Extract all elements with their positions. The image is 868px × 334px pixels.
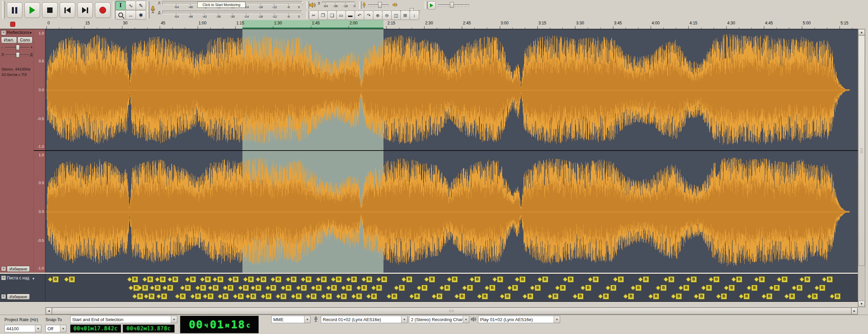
label-marker[interactable]: В bbox=[292, 293, 302, 299]
label-text[interactable]: В bbox=[69, 276, 75, 282]
label-marker[interactable]: В bbox=[163, 285, 173, 291]
label-text[interactable]: В bbox=[482, 293, 488, 299]
label-text[interactable]: В bbox=[200, 285, 206, 291]
label-marker[interactable]: В bbox=[322, 293, 332, 299]
label-handle-icon[interactable] bbox=[830, 294, 834, 299]
label-text[interactable]: В bbox=[366, 276, 372, 282]
label-text[interactable]: В bbox=[736, 276, 742, 282]
label-handle-icon[interactable] bbox=[142, 277, 147, 282]
label-text[interactable]: В bbox=[161, 293, 167, 299]
label-handle-icon[interactable] bbox=[371, 286, 376, 290]
playback-speed-slider[interactable] bbox=[438, 2, 469, 8]
label-text[interactable]: В bbox=[341, 293, 347, 299]
label-handle-icon[interactable] bbox=[563, 277, 568, 282]
label-text[interactable]: В bbox=[414, 293, 420, 299]
label-handle-icon[interactable] bbox=[762, 294, 766, 299]
draw-tool-button[interactable]: ✎ bbox=[136, 1, 146, 10]
label-handle-icon[interactable] bbox=[321, 294, 326, 299]
label-text[interactable]: В bbox=[653, 293, 659, 299]
record-button[interactable] bbox=[95, 2, 111, 18]
label-handle-icon[interactable] bbox=[530, 286, 535, 290]
label-marker[interactable]: В bbox=[732, 276, 742, 282]
label-marker[interactable]: В bbox=[229, 276, 239, 282]
label-text[interactable]: В bbox=[160, 276, 166, 282]
label-marker[interactable]: В bbox=[739, 293, 750, 299]
label-handle-icon[interactable] bbox=[203, 294, 208, 299]
label-text[interactable]: В bbox=[812, 293, 818, 299]
label-marker[interactable]: В bbox=[792, 285, 803, 291]
label-text[interactable]: В bbox=[713, 276, 719, 282]
label-marker[interactable]: В bbox=[485, 285, 495, 291]
label-handle-icon[interactable] bbox=[251, 286, 255, 290]
label-marker[interactable]: В bbox=[493, 276, 503, 282]
label-text[interactable]: В bbox=[585, 285, 591, 291]
label-text[interactable]: В bbox=[305, 276, 312, 282]
chevron-down-icon[interactable]: ▼ bbox=[554, 316, 560, 323]
chevron-down-icon[interactable]: ▼ bbox=[463, 316, 469, 323]
track-select-button[interactable]: Избиране bbox=[7, 294, 30, 300]
zoom-toggle-button[interactable]: ↕ bbox=[410, 11, 419, 20]
fit-project-button[interactable]: ⊞ bbox=[400, 11, 410, 20]
label-text[interactable]: В bbox=[265, 293, 272, 299]
label-marker[interactable]: В bbox=[387, 293, 397, 299]
label-marker[interactable]: В bbox=[157, 293, 167, 299]
scroll-left-button[interactable]: ◄ bbox=[46, 308, 52, 314]
label-handle-icon[interactable] bbox=[243, 277, 248, 282]
label-marker[interactable]: В bbox=[614, 276, 624, 282]
label-marker[interactable]: В bbox=[281, 285, 292, 291]
label-text[interactable]: В bbox=[729, 285, 735, 291]
label-handle-icon[interactable] bbox=[678, 286, 683, 290]
label-text[interactable]: В bbox=[213, 285, 219, 291]
label-marker[interactable]: В bbox=[717, 293, 727, 299]
label-handle-icon[interactable] bbox=[167, 277, 172, 282]
label-marker[interactable]: В bbox=[312, 285, 322, 291]
horizontal-scrollbar-thumb[interactable] bbox=[52, 308, 851, 314]
label-marker[interactable]: В bbox=[156, 276, 166, 282]
label-marker[interactable]: В bbox=[342, 285, 352, 291]
label-handle-icon[interactable] bbox=[155, 277, 160, 282]
label-text[interactable]: В bbox=[371, 293, 377, 299]
label-marker[interactable]: В bbox=[317, 276, 327, 282]
timeline-ruler[interactable]: 01530451:001:151:301:452:002:152:302:453… bbox=[45, 20, 857, 29]
label-handle-icon[interactable] bbox=[537, 277, 542, 282]
label-handle-icon[interactable] bbox=[784, 294, 789, 299]
label-text[interactable]: В bbox=[751, 285, 757, 291]
label-marker[interactable]: В bbox=[800, 276, 810, 282]
label-marker[interactable]: В bbox=[276, 293, 287, 299]
label-handle-icon[interactable] bbox=[800, 277, 804, 282]
label-text[interactable]: В bbox=[321, 276, 327, 282]
label-handle-icon[interactable] bbox=[376, 277, 381, 282]
label-handle-icon[interactable] bbox=[351, 294, 356, 299]
label-marker[interactable]: В bbox=[48, 276, 59, 282]
label-handle-icon[interactable] bbox=[638, 277, 643, 282]
label-handle-icon[interactable] bbox=[281, 286, 285, 290]
toolbar-grip[interactable] bbox=[359, 1, 362, 9]
label-marker[interactable]: В bbox=[209, 285, 219, 291]
label-text[interactable]: В bbox=[228, 285, 234, 291]
label-handle-icon[interactable] bbox=[127, 277, 132, 282]
track-menu-chevron-icon[interactable]: ▼ bbox=[29, 31, 32, 35]
label-marker[interactable]: В bbox=[639, 276, 649, 282]
label-handle-icon[interactable] bbox=[754, 277, 759, 282]
label-marker[interactable]: В bbox=[573, 293, 584, 299]
label-text[interactable]: В bbox=[195, 293, 201, 299]
label-handle-icon[interactable] bbox=[156, 294, 161, 299]
gain-slider[interactable]: - + bbox=[1, 44, 33, 51]
zoom-tool-button[interactable] bbox=[115, 10, 126, 20]
label-marker[interactable]: В bbox=[337, 293, 347, 299]
cut-button[interactable]: ✂ bbox=[309, 11, 318, 20]
label-text[interactable]: В bbox=[399, 285, 405, 291]
play-button[interactable] bbox=[24, 2, 40, 18]
vertical-scrollbar-thumb[interactable] bbox=[858, 35, 865, 266]
mute-button[interactable]: Изкл. bbox=[1, 37, 17, 43]
label-text[interactable]: В bbox=[391, 293, 397, 299]
label-text[interactable]: В bbox=[698, 293, 705, 299]
meter-channel-row[interactable]: Л-54-36-180 bbox=[318, 1, 355, 11]
label-marker[interactable]: В bbox=[679, 285, 689, 291]
label-marker[interactable]: В bbox=[808, 293, 818, 299]
label-marker[interactable]: В bbox=[138, 285, 148, 291]
label-marker[interactable]: В bbox=[223, 285, 234, 291]
label-handle-icon[interactable] bbox=[686, 277, 691, 282]
label-text[interactable]: В bbox=[167, 285, 173, 291]
label-marker[interactable]: В bbox=[470, 276, 480, 282]
